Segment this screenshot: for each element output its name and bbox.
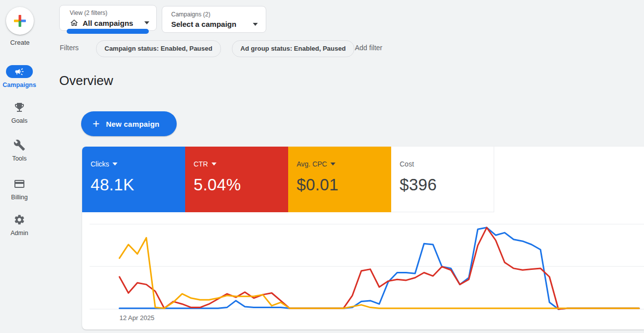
- campaign-selector[interactable]: Campaigns (2) Select a campaign: [162, 6, 266, 33]
- campaign-selector-value: Select a campaign: [171, 20, 236, 28]
- sidebar-item-admin[interactable]: Admin: [0, 213, 39, 237]
- create-label: Create: [0, 39, 40, 46]
- gear-icon: [13, 214, 25, 226]
- view-selector[interactable]: View (2 filters) All campaigns: [59, 5, 157, 31]
- chevron-down-icon[interactable]: [330, 163, 335, 166]
- sidebar: Create Campaigns Goals Tools: [0, 0, 48, 333]
- page-title: Overview: [59, 73, 113, 88]
- chart-series-clicks: [119, 228, 639, 309]
- scorecard-ctr[interactable]: CTR 5.04%: [185, 147, 288, 212]
- new-campaign-button[interactable]: + New campaign: [81, 111, 177, 136]
- home-icon: [70, 18, 79, 27]
- filter-chip-campaign-status[interactable]: Campaign status: Enabled, Paused: [96, 40, 221, 57]
- active-view-indicator: [67, 29, 149, 34]
- overview-chart-svg: [90, 219, 644, 322]
- chevron-down-icon[interactable]: [212, 163, 216, 166]
- sidebar-item-goals[interactable]: Goals: [0, 101, 39, 124]
- sidebar-item-tools[interactable]: Tools: [0, 139, 39, 162]
- sidebar-item-label: Billing: [11, 194, 27, 201]
- overview-card: Clicks 48.1K CTR 5.04% Avg. CPC $0.01 Co…: [82, 147, 644, 330]
- google-ads-app: Create Campaigns Goals Tools: [0, 0, 644, 333]
- view-selector-label: View (2 filters): [70, 9, 149, 16]
- scorecard-value: 5.04%: [194, 175, 288, 194]
- view-selector-value: All campaigns: [83, 19, 133, 27]
- sidebar-item-label: Goals: [11, 117, 28, 124]
- plus-icon: +: [93, 118, 100, 130]
- scorecard-clicks[interactable]: Clicks 48.1K: [82, 147, 185, 212]
- add-filter-button[interactable]: Add filter: [355, 44, 382, 52]
- scorecard-avg-cpc[interactable]: Avg. CPC $0.01: [288, 147, 391, 212]
- x-axis-first-tick: 12 Apr 2025: [119, 314, 154, 322]
- scorecard-value: $396: [400, 175, 494, 194]
- sidebar-item-billing[interactable]: Billing: [0, 177, 39, 201]
- megaphone-icon: [14, 67, 24, 77]
- credit-card-icon: [13, 178, 25, 190]
- chevron-down-icon[interactable]: [112, 163, 117, 166]
- trophy-icon: [13, 101, 25, 113]
- filters-label: Filters: [60, 44, 79, 52]
- chevron-down-icon: [253, 23, 258, 26]
- chart-series-ctr: [119, 228, 639, 309]
- chevron-down-icon: [144, 21, 149, 24]
- scorecard-value: $0.01: [297, 175, 391, 194]
- filter-chip-ad-group-status[interactable]: Ad group status: Enabled, Paused: [232, 40, 354, 57]
- create-button[interactable]: [6, 7, 34, 35]
- chart-series-avg-cpc: [119, 238, 639, 308]
- wrench-icon: [13, 139, 25, 151]
- campaign-selector-label: Campaigns (2): [171, 11, 258, 18]
- scorecard-value: 48.1K: [91, 175, 185, 194]
- scorecard-tabs: Clicks 48.1K CTR 5.04% Avg. CPC $0.01 Co…: [82, 147, 494, 212]
- sidebar-item-label: Campaigns: [2, 82, 36, 88]
- sidebar-item-label: Admin: [10, 230, 28, 237]
- campaigns-active-pill: [6, 65, 33, 78]
- sidebar-item-label: Tools: [12, 155, 26, 162]
- google-plus-icon: [13, 14, 27, 28]
- sidebar-item-campaigns[interactable]: Campaigns: [0, 65, 39, 88]
- scorecard-cost[interactable]: Cost $396: [391, 147, 494, 212]
